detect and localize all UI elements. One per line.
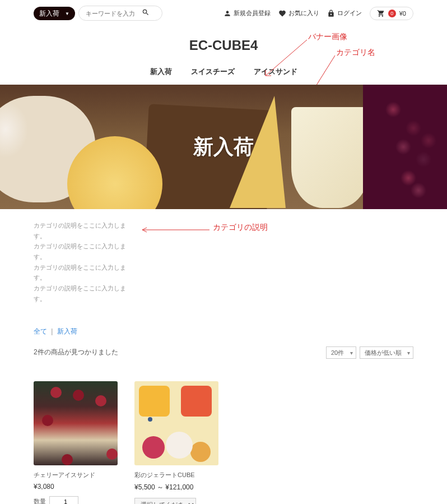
- login-link[interactable]: ログイン: [327, 9, 362, 17]
- main-nav: 新入荷 スイスチーズ アイスサンド: [0, 59, 447, 85]
- qty-label: 数量: [34, 497, 46, 504]
- search-input[interactable]: [86, 10, 142, 17]
- category-select[interactable]: 新入荷: [34, 7, 75, 20]
- search-icon[interactable]: [142, 8, 150, 18]
- breadcrumb-all[interactable]: 全て: [34, 327, 47, 335]
- product-price: ¥5,500 ～ ¥121,000: [134, 483, 218, 492]
- cart-icon: [377, 10, 385, 17]
- per-page-select[interactable]: 20件: [326, 346, 356, 359]
- favorite-link[interactable]: お気に入り: [278, 9, 319, 17]
- product-card: チェリーアイスサンド ¥3,080 数量 カートに入れる: [34, 381, 118, 505]
- annotation-category-name: カテゴリ名: [336, 48, 375, 58]
- register-link[interactable]: 新規会員登録: [224, 9, 271, 17]
- lock-icon: [327, 10, 335, 17]
- breadcrumb-current: 新入荷: [57, 327, 77, 335]
- product-name[interactable]: チェリーアイスサンド: [34, 471, 118, 479]
- breadcrumb: 全て | 新入荷: [34, 327, 413, 336]
- nav-item-swiss[interactable]: スイスチーズ: [191, 67, 235, 77]
- heart-icon: [278, 10, 286, 17]
- category-description: カテゴリの説明をここに入力します。 カテゴリの説明をここに入力します。 カテゴリ…: [34, 220, 134, 304]
- option-select[interactable]: 選択してください: [134, 498, 196, 505]
- product-price: ¥3,080: [34, 483, 118, 491]
- product-card: 彩のジェラートCUBE ¥5,500 ～ ¥121,000 選択してください 選…: [134, 381, 218, 505]
- nav-item-new[interactable]: 新入荷: [150, 67, 172, 77]
- product-name[interactable]: 彩のジェラートCUBE: [134, 471, 218, 479]
- result-count: 2件の商品が見つかりました: [34, 348, 118, 357]
- arrow-icon: [140, 227, 211, 233]
- hero-title: 新入荷: [193, 133, 254, 161]
- cart-total: ¥0: [399, 10, 406, 17]
- product-image[interactable]: [134, 381, 218, 465]
- annotation-banner: バナー画像: [308, 32, 347, 42]
- quantity-stepper[interactable]: [49, 496, 78, 505]
- search-box: [78, 6, 162, 21]
- cart-button[interactable]: 0 ¥0: [370, 7, 413, 20]
- cart-badge: 0: [388, 10, 396, 17]
- hero-banner: 新入荷: [0, 85, 447, 209]
- person-icon: [224, 10, 231, 17]
- site-logo[interactable]: EC-CUBE4: [0, 38, 447, 53]
- annotation-category-desc: カテゴリの説明: [213, 223, 268, 233]
- sort-order-select[interactable]: 価格が低い順: [360, 346, 413, 359]
- product-image[interactable]: [34, 381, 118, 465]
